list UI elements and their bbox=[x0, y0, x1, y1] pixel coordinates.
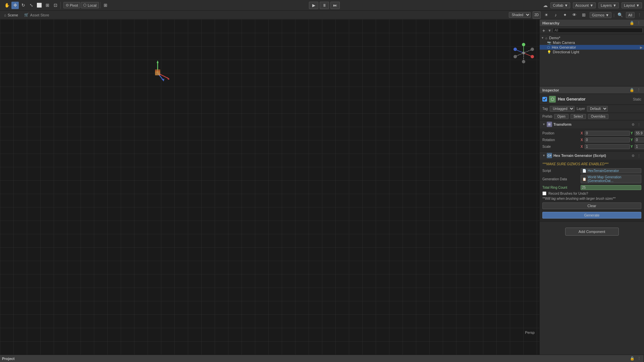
search-button-scene[interactable]: 🔍 bbox=[616, 11, 624, 19]
transform-more[interactable]: ⋮ bbox=[637, 122, 641, 127]
top-toolbar-right: ☁ Collab ▼ Account ▼ Layers ▼ Layout ▼ bbox=[543, 2, 642, 8]
clear-button[interactable]: Clear bbox=[542, 202, 641, 209]
gizmos-label: Gizmos ▼ bbox=[592, 13, 609, 17]
add-component-button[interactable]: Add Component bbox=[565, 228, 619, 236]
rot-x-input[interactable] bbox=[585, 137, 630, 142]
project-toolbar: Project 🔒 ⋮ bbox=[0, 355, 644, 362]
local-button[interactable]: ⬡ Local bbox=[81, 2, 99, 8]
hierarchy-search[interactable] bbox=[553, 28, 643, 33]
prefab-open-btn[interactable]: Open bbox=[554, 114, 568, 119]
fx-button[interactable]: ✦ bbox=[561, 11, 569, 19]
hex-terrain-more[interactable]: ⋮ bbox=[637, 153, 641, 158]
rect-tool[interactable]: ⬜ bbox=[36, 2, 43, 9]
position-label: Position bbox=[542, 131, 579, 135]
asset-store-tab[interactable]: 🛒 Asset Store bbox=[22, 12, 51, 18]
object-active-checkbox[interactable] bbox=[542, 97, 547, 102]
hierarchy-item-hex-generator[interactable]: ⬡ Hex Generator ▶ bbox=[540, 45, 644, 50]
hand-tool[interactable]: ✋ bbox=[3, 2, 11, 9]
lower-area: Project 🔒 ⋮ + ▼ 🔍 All Prefa › Assets › I… bbox=[0, 355, 644, 362]
transform-component: ▼ ⊞ Transform ⚙ ⋮ Position bbox=[540, 120, 644, 152]
hex-terrain-title: Hex Terrain Generator (Script) bbox=[553, 154, 606, 158]
prefab-overrides-btn[interactable]: Overrides bbox=[588, 114, 608, 119]
gen-data-label: Generation Data bbox=[542, 177, 579, 181]
project-panel: Project 🔒 ⋮ + ▼ 🔍 All Prefa › Assets › I… bbox=[0, 355, 644, 362]
pause-button[interactable]: ⏸ bbox=[320, 2, 329, 9]
all-button[interactable]: All bbox=[626, 12, 635, 18]
transform-tool[interactable]: ⊞ bbox=[44, 2, 51, 9]
transform-gizmo[interactable] bbox=[144, 60, 171, 87]
inspector-more[interactable]: ⋮ bbox=[636, 87, 641, 93]
grid-button[interactable]: ⊞ bbox=[580, 11, 588, 19]
inspector-lock[interactable]: 🔒 bbox=[629, 87, 635, 93]
move-tool[interactable]: ✥ bbox=[11, 2, 19, 9]
record-brushes-row: Record Brushes for Undo? bbox=[540, 191, 644, 196]
generate-button[interactable]: Generate bbox=[542, 212, 641, 219]
record-brushes-label: Record Brushes for Undo? bbox=[548, 192, 588, 195]
scale-tool[interactable]: ⤡ bbox=[28, 2, 35, 9]
project-lock[interactable]: 🔒 bbox=[630, 356, 635, 361]
object-icon: ⬡ bbox=[549, 96, 556, 103]
ring-count-input[interactable] bbox=[581, 185, 641, 190]
audio-button[interactable]: ♪ bbox=[552, 11, 559, 19]
scene-view[interactable]: Persp bbox=[0, 19, 539, 355]
gen-data-field[interactable]: 📋 World Map Generation (GenerationDat... bbox=[581, 175, 641, 183]
hierarchy-item-main-camera[interactable]: 📷 Main Camera bbox=[540, 40, 644, 45]
pivot-button[interactable]: ⊙ Pivot bbox=[63, 2, 80, 8]
rotation-row: Rotation X Y bbox=[540, 136, 644, 143]
record-brushes-checkbox[interactable] bbox=[542, 191, 546, 195]
gizmos-button[interactable]: Gizmos ▼ bbox=[590, 12, 611, 18]
rotate-tool[interactable]: ↻ bbox=[19, 2, 27, 9]
hex-terrain-header[interactable]: ▼ C# Hex Terrain Generator (Script) ⚙ ⋮ bbox=[540, 152, 644, 160]
rot-x-label: X bbox=[581, 138, 584, 142]
ring-count-label: Total Ring Count bbox=[542, 186, 579, 189]
layer-dropdown[interactable]: Default bbox=[587, 106, 608, 112]
project-more[interactable]: ⋮ bbox=[636, 356, 642, 361]
lighting-button[interactable]: ☀ bbox=[543, 11, 550, 19]
hex-terrain-arrow: ▼ bbox=[542, 154, 545, 157]
more-options-scene[interactable]: ⋮ bbox=[637, 12, 642, 18]
persp-gizmo[interactable] bbox=[513, 42, 535, 65]
transform-settings[interactable]: ⚙ bbox=[631, 122, 635, 127]
script-ref-field[interactable]: 📄 HexTerrainGenerator bbox=[581, 168, 641, 173]
transform-component-header[interactable]: ▼ ⊞ Transform ⚙ ⋮ bbox=[540, 120, 644, 128]
step-button[interactable]: ⏭ bbox=[330, 2, 340, 9]
2d-button[interactable]: 2D bbox=[533, 11, 541, 19]
tree-arrow-demo: ▼ bbox=[541, 36, 544, 40]
hex-terrain-settings[interactable]: ⚙ bbox=[631, 153, 635, 158]
rot-y-input[interactable] bbox=[635, 137, 644, 142]
local-label: Local bbox=[88, 3, 96, 7]
snap-toggle[interactable]: ⊞ bbox=[102, 2, 109, 9]
pos-x-input[interactable] bbox=[585, 131, 630, 136]
inspector-header-buttons: 🔒 ⋮ bbox=[629, 87, 641, 93]
custom-tool[interactable]: ⊡ bbox=[52, 2, 59, 9]
pos-x-label: X bbox=[581, 131, 584, 135]
scene-tab[interactable]: ⌂ Scene bbox=[2, 12, 20, 18]
hierarchy-more[interactable]: ⋮ bbox=[636, 20, 641, 26]
scene-vis-button[interactable]: 👁 bbox=[571, 11, 578, 19]
hierarchy-header: Hierarchy 🔒 ⋮ bbox=[540, 19, 644, 27]
inspector-object-header: ⬡ Hex Generator Static bbox=[540, 94, 644, 105]
object-name[interactable]: Hex Generator bbox=[558, 97, 586, 102]
hierarchy-add[interactable]: + bbox=[541, 28, 546, 33]
play-button[interactable]: ▶ bbox=[309, 2, 318, 9]
collab-button[interactable]: Collab ▼ bbox=[550, 2, 570, 8]
account-button[interactable]: Account ▼ bbox=[573, 2, 596, 8]
scale-y-input[interactable] bbox=[635, 144, 644, 149]
pos-y-input[interactable] bbox=[635, 131, 644, 136]
scale-x-input[interactable] bbox=[585, 144, 630, 149]
all-label: All bbox=[628, 13, 632, 17]
svg-point-19 bbox=[531, 48, 534, 51]
tag-dropdown[interactable]: Untagged bbox=[550, 106, 575, 112]
scale-x-label: X bbox=[581, 145, 584, 148]
hierarchy-lock[interactable]: 🔒 bbox=[629, 20, 635, 26]
layout-button[interactable]: Layout ▼ bbox=[622, 2, 642, 8]
prefab-select-btn[interactable]: Select bbox=[571, 114, 586, 119]
hierarchy-item-demo[interactable]: ▼ ⌂ Demo* bbox=[540, 36, 644, 40]
hierarchy-item-directional-light[interactable]: 💡 Directional Light bbox=[540, 50, 644, 54]
render-mode-select[interactable]: Shaded bbox=[509, 12, 531, 18]
layers-button[interactable]: Layers ▼ bbox=[598, 2, 619, 8]
scene-tab-label: Scene bbox=[8, 13, 18, 17]
transform-icon: ⊞ bbox=[547, 122, 552, 127]
scale-x-field: X bbox=[581, 144, 630, 149]
hierarchy-header-buttons: 🔒 ⋮ bbox=[629, 20, 641, 26]
